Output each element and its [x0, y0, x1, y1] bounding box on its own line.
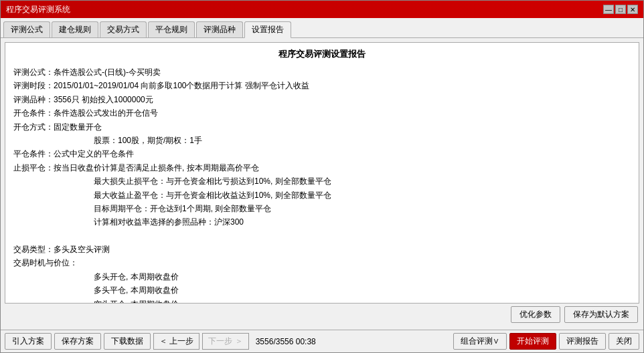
tab-setup-report[interactable]: 设置报告	[244, 21, 291, 38]
close-button-toolbar[interactable]: 关闭	[609, 333, 639, 350]
report-line-empty	[13, 229, 631, 243]
report-line-open-method: 开仓方式：固定数量开仓	[13, 120, 631, 134]
tab-trade-method[interactable]: 交易方式	[100, 21, 147, 37]
report-line-shares: 股票：100股，期货/期权：1手	[13, 134, 631, 147]
import-plan-button[interactable]: 引入方案	[5, 333, 52, 350]
tab-build-rules[interactable]: 建仓规则	[52, 21, 98, 37]
tab-formula[interactable]: 评测公式	[3, 21, 50, 37]
tab-close-rules[interactable]: 平仓规则	[148, 21, 195, 37]
save-plan-button[interactable]: 保存方案	[54, 333, 101, 350]
report-panel: 程序交易评测设置报告 评测公式：条件选股公式-(日线)-今买明卖 评测时段：20…	[5, 42, 639, 304]
start-eval-button[interactable]: 开始评测	[509, 333, 556, 350]
report-button[interactable]: 评测报告	[559, 333, 606, 350]
title-bar: 程序交易评测系统 — □ ✕	[1, 1, 643, 18]
report-line-trade-timing: 交易时机与价位：	[13, 256, 631, 269]
report-line-long-open: 多头开仓, 本周期收盘价	[13, 270, 631, 283]
report-line-short-open: 空头开仓, 本周期收盘价	[13, 298, 631, 304]
report-line-target-period: 目标周期平仓：开仓达到1个周期, 则全部数量平仓	[13, 202, 631, 215]
report-line-maxgain: 最大收益止盈平仓：与开仓资金相比收益达到10%, 则全部数量平仓	[13, 189, 631, 202]
bottom-right-buttons: 优化参数 保存为默认方案	[5, 304, 639, 326]
bottom-toolbar: 引入方案 保存方案 下载数据 ＜ 上一步 下一步 ＞ 3556/3556 00:…	[1, 330, 643, 352]
tab-eval-variety[interactable]: 评测品种	[196, 21, 243, 37]
report-title: 程序交易评测设置报告	[13, 48, 631, 60]
report-line-variety: 评测品种：3556只 初始投入1000000元	[13, 93, 631, 106]
report-line-trade-type: 交易类型：多头及空头评测	[13, 243, 631, 256]
optimize-params-button[interactable]: 优化参数	[511, 306, 560, 323]
content-area: 程序交易评测设置报告 评测公式：条件选股公式-(日线)-今买明卖 评测时段：20…	[1, 38, 643, 330]
save-default-button[interactable]: 保存为默认方案	[564, 306, 638, 323]
next-step-button[interactable]: 下一步 ＞	[202, 333, 248, 350]
group-eval-button[interactable]: 组合评测∨	[453, 333, 507, 350]
download-data-button[interactable]: 下载数据	[104, 333, 151, 350]
report-line-period: 评测时段：2015/01/01~2019/01/04 向前多取100个数据用于计…	[13, 79, 631, 92]
close-button[interactable]: ✕	[627, 5, 638, 14]
maximize-button[interactable]: □	[615, 5, 626, 14]
report-line-open-cond: 开仓条件：条件选股公式发出的开仓信号	[13, 106, 631, 120]
report-line-close-cond: 平仓条件：公式中定义的平仓条件	[13, 147, 631, 160]
window-controls: — □ ✕	[603, 5, 638, 14]
prev-step-button[interactable]: ＜ 上一步	[153, 333, 199, 350]
report-line-formula: 评测公式：条件选股公式-(日线)-今买明卖	[13, 66, 631, 79]
report-line-maxloss: 最大损失止损平仓：与开仓资金相比亏损达到10%, 则全部数量平仓	[13, 174, 631, 188]
report-line-ref-variety: 计算相对收益率选择的参照品种：沪深300	[13, 215, 631, 229]
report-line-stoploss: 止损平仓：按当日收盘价计算是否满足止损条件, 按本周期最高价平仓	[13, 161, 631, 174]
tab-bar: 评测公式 建仓规则 交易方式 平仓规则 评测品种 设置报告	[1, 18, 643, 38]
minimize-button[interactable]: —	[603, 5, 614, 14]
report-line-long-close: 多头平仓, 本周期收盘价	[13, 283, 631, 297]
status-text: 3556/3556 00:38	[252, 337, 320, 346]
window-title: 程序交易评测系统	[6, 4, 70, 15]
main-window: 程序交易评测系统 — □ ✕ 评测公式 建仓规则 交易方式 平仓规则 评测品种 …	[0, 0, 644, 353]
